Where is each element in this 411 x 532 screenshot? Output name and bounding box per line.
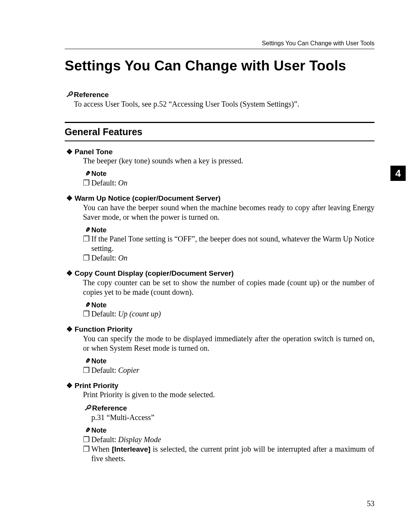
feature-body: You can have the beeper sound when the m… bbox=[83, 203, 374, 222]
note-block: ✎Note ❐If the Panel Tone setting is “OFF… bbox=[83, 226, 374, 263]
note-text: Default: bbox=[91, 435, 118, 444]
note-text: Default: bbox=[91, 179, 118, 187]
note-pre: When bbox=[91, 445, 112, 453]
box-icon: ❐ bbox=[83, 309, 91, 319]
feature-item: ❖Print Priority Print Priority is given … bbox=[75, 381, 374, 463]
diamond-icon: ❖ bbox=[66, 194, 75, 203]
reference-body: p.31 “Multi-Access” bbox=[91, 413, 155, 422]
note-label: Note bbox=[91, 427, 107, 434]
box-icon: ❐ bbox=[83, 435, 91, 444]
feature-title: Warm Up Notice (copier/Document Server) bbox=[75, 194, 221, 202]
document-page: Settings You Can Change with User Tools … bbox=[0, 0, 411, 532]
pencil-icon: ✎ bbox=[83, 301, 91, 310]
box-icon: ❐ bbox=[83, 366, 91, 375]
feature-item: ❖Copy Count Display (copier/Document Ser… bbox=[75, 269, 374, 319]
default-value: Copier bbox=[118, 366, 140, 374]
pencil-icon: ✎ bbox=[83, 169, 91, 178]
diamond-icon: ❖ bbox=[66, 325, 75, 334]
feature-title: Panel Tone bbox=[75, 148, 113, 156]
bracket-term: [Interleave] bbox=[112, 445, 150, 453]
note-block: ✎Note ❐Default: Up (count up) bbox=[83, 301, 374, 319]
feature-title: Function Priority bbox=[75, 325, 132, 333]
pencil-icon: ✎ bbox=[83, 426, 91, 435]
feature-body: Print Priority is given to the mode sele… bbox=[83, 390, 374, 399]
magnifier-icon: 🔎︎ bbox=[83, 403, 92, 413]
reference-label: Reference bbox=[74, 91, 109, 99]
feature-body: You can specify the mode to be displayed… bbox=[83, 334, 374, 353]
feature-item: ❖Panel Tone The beeper (key tone) sounds… bbox=[75, 147, 374, 188]
feature-body: The beeper (key tone) sounds when a key … bbox=[83, 156, 374, 166]
box-icon: ❐ bbox=[83, 234, 91, 244]
note-label: Note bbox=[91, 357, 107, 365]
pencil-icon: ✎ bbox=[83, 357, 91, 366]
note-block: ✎Note ❐Default: Copier bbox=[83, 357, 374, 375]
note-label: Note bbox=[91, 301, 107, 309]
default-value: Display Mode bbox=[118, 435, 161, 444]
diamond-icon: ❖ bbox=[66, 147, 75, 157]
feature-title: Copy Count Display (copier/Document Serv… bbox=[75, 269, 234, 277]
box-icon: ❐ bbox=[83, 178, 91, 188]
page-number: 53 bbox=[367, 499, 374, 508]
diamond-icon: ❖ bbox=[66, 269, 75, 278]
reference-block: 🔎︎Reference To access User Tools, see p.… bbox=[65, 90, 374, 109]
reference-body: To access User Tools, see p.52 “Accessin… bbox=[74, 99, 374, 109]
reference-block: 🔎︎Reference p.31 “Multi-Access” bbox=[83, 403, 374, 422]
box-icon: ❐ bbox=[83, 253, 91, 263]
note-block: ✎Note ❐Default: Display Mode ❐When [Inte… bbox=[83, 426, 374, 463]
feature-body: The copy counter can be set to show the … bbox=[83, 278, 374, 297]
note-text: Default: bbox=[91, 366, 118, 374]
default-value: On bbox=[118, 179, 127, 187]
section-heading: General Features bbox=[65, 122, 374, 141]
reference-label: Reference bbox=[92, 404, 127, 412]
pencil-icon: ✎ bbox=[83, 226, 91, 235]
box-icon: ❐ bbox=[83, 444, 91, 454]
magnifier-icon: 🔎︎ bbox=[65, 90, 74, 99]
chapter-tab: 4 bbox=[390, 166, 406, 181]
feature-item: ❖Warm Up Notice (copier/Document Server)… bbox=[75, 194, 374, 263]
feature-title: Print Priority bbox=[75, 382, 118, 390]
note-text: Default: bbox=[91, 310, 118, 318]
running-header: Settings You Can Change with User Tools bbox=[65, 40, 374, 49]
default-value: On bbox=[118, 254, 127, 262]
note-block: ✎Note ❐Default: On bbox=[83, 169, 374, 188]
diamond-icon: ❖ bbox=[66, 381, 75, 390]
feature-item: ❖Function Priority You can specify the m… bbox=[75, 325, 374, 375]
default-value: Up (count up) bbox=[118, 310, 161, 318]
page-title: Settings You Can Change with User Tools bbox=[65, 57, 374, 75]
note-text: If the Panel Tone setting is “OFF”, the … bbox=[91, 235, 374, 252]
note-text: Default: bbox=[91, 254, 118, 262]
note-label: Note bbox=[91, 170, 107, 177]
note-label: Note bbox=[91, 226, 107, 234]
